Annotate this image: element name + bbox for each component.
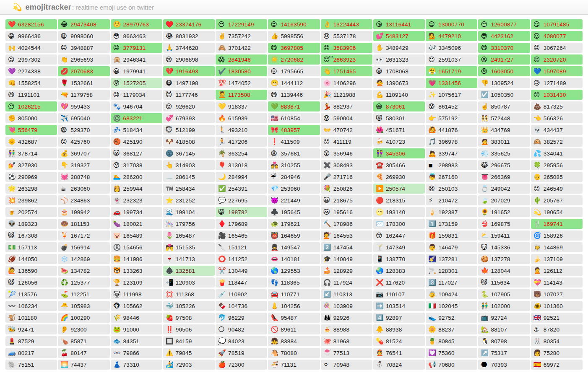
emoji-cell[interactable]: ✔️1830580 [216, 66, 267, 76]
emoji-cell[interactable]: 🔥615939 [216, 113, 267, 123]
emoji-cell[interactable]: 😆1191101 [5, 90, 57, 100]
emoji-cell[interactable]: ⚡210472 [426, 195, 477, 205]
emoji-cell[interactable]: ♥️23374176 [163, 19, 215, 29]
emoji-cell[interactable]: 😜3779131 [111, 43, 162, 53]
emoji-cell[interactable]: 🏆123109 [111, 277, 162, 288]
emoji-cell[interactable]: 🌵205767 [531, 195, 583, 205]
emoji-cell[interactable]: 🇪🇸69972 [531, 360, 583, 370]
emoji-cell[interactable]: 💵157113 [5, 242, 57, 252]
emoji-cell[interactable]: 👽189323 [5, 219, 57, 229]
emoji-cell[interactable]: 🍕269930 [373, 172, 425, 182]
emoji-cell[interactable]: 🏈144050 [5, 254, 57, 264]
emoji-cell[interactable]: 🌻191652 [478, 207, 530, 217]
emoji-cell[interactable]: 🌊199104 [163, 207, 215, 217]
emoji-cell[interactable]: 1️⃣173159 [426, 219, 477, 229]
emoji-cell[interactable]: 💞679393 [163, 113, 215, 123]
emoji-cell[interactable]: 🌎129553 [268, 266, 320, 276]
emoji-cell[interactable]: 😻580301 [373, 113, 425, 123]
emoji-cell[interactable]: 🐻107027 [531, 289, 583, 299]
emoji-cell[interactable]: 💯1474052 [216, 78, 267, 88]
emoji-cell[interactable]: 🌼88237 [426, 324, 477, 334]
emoji-cell[interactable]: 🍓97508 [163, 313, 215, 323]
emoji-cell[interactable]: 😚1031430 [531, 90, 583, 100]
emoji-cell[interactable]: 👟92752 [426, 313, 477, 323]
emoji-cell[interactable]: ⚽290969 [5, 172, 57, 182]
emoji-cell[interactable]: 4️⃣92897 [373, 313, 425, 323]
emoji-cell[interactable]: 😺167308 [5, 231, 57, 241]
emoji-cell[interactable]: 😪1708068 [373, 66, 425, 76]
emoji-cell[interactable]: 💉110902 [216, 289, 267, 299]
emoji-cell[interactable]: ‼️90506 [163, 324, 215, 334]
emoji-cell[interactable]: 😐2591037 [426, 54, 477, 65]
emoji-cell[interactable]: 👍5998556 [268, 31, 320, 41]
emoji-cell[interactable]: 😀873061 [373, 101, 425, 111]
emoji-cell[interactable]: 🍪137278 [478, 254, 530, 264]
emoji-cell[interactable]: 👌13224443 [321, 19, 372, 29]
emoji-cell[interactable]: 💭84023 [216, 336, 267, 346]
emoji-cell[interactable]: 🎤271716 [321, 172, 372, 182]
emoji-cell[interactable]: 🙌4024544 [5, 43, 57, 53]
emoji-cell[interactable]: 🍹167172 [58, 231, 109, 241]
emoji-cell[interactable]: 💔1916493 [163, 66, 215, 76]
emoji-cell[interactable]: 🍆180021 [111, 219, 162, 229]
emoji-cell[interactable]: ➡️103514 [373, 301, 425, 311]
emoji-cell[interactable]: 👋1751465 [321, 66, 372, 76]
emoji-cell[interactable]: 😮425760 [58, 137, 109, 147]
emoji-cell[interactable]: 🙉382572 [531, 137, 583, 147]
emoji-cell[interactable]: 💏151535 [163, 242, 215, 252]
emoji-cell[interactable]: 😹296675 [478, 160, 530, 170]
emoji-cell[interactable]: 💂149547 [268, 242, 320, 252]
emoji-cell[interactable]: ⚾234863 [58, 195, 109, 205]
emoji-cell[interactable]: ☑️1050350 [478, 90, 530, 100]
emoji-cell[interactable]: ♠️132581 [163, 266, 215, 276]
emoji-cell[interactable]: 🍷141713 [163, 254, 215, 264]
emoji-cell[interactable]: ⚠️79845 [163, 348, 215, 358]
emoji-cell[interactable]: 😃1979941 [111, 66, 162, 76]
emoji-cell[interactable]: 🍟118447 [216, 277, 267, 288]
emoji-cell[interactable]: 💅327930 [5, 160, 57, 170]
emoji-cell[interactable]: 😧357681 [268, 148, 320, 158]
emoji-cell[interactable]: 😰861452 [426, 101, 477, 111]
emoji-cell[interactable]: 💨335625 [478, 148, 530, 158]
emoji-cell[interactable]: ⛄70824 [373, 360, 425, 370]
emoji-cell[interactable]: 🎓140049 [321, 254, 372, 264]
emoji-cell[interactable]: ◾298983 [426, 160, 477, 170]
emoji-cell[interactable]: 🌑70393 [478, 360, 530, 370]
emoji-cell[interactable]: 👣118365 [268, 277, 320, 288]
emoji-cell[interactable]: 🚀78519 [216, 348, 267, 358]
emoji-cell[interactable]: 🐱368127 [111, 148, 162, 158]
emoji-cell[interactable]: 🙏3744628 [163, 43, 215, 53]
emoji-cell[interactable]: 📷110107 [373, 289, 425, 299]
emoji-cell[interactable]: ☎️305466 [373, 160, 425, 170]
emoji-cell[interactable]: 🎾113576 [5, 289, 57, 299]
emoji-cell[interactable]: 📢70680 [426, 360, 477, 370]
emoji-cell[interactable]: 😌4080077 [531, 31, 583, 41]
emoji-cell[interactable]: 🐒101180 [5, 313, 57, 323]
emoji-cell[interactable]: 😂29473408 [58, 19, 109, 29]
emoji-cell[interactable]: 💜2274338 [5, 66, 57, 76]
emoji-cell[interactable]: 🍔141986 [111, 254, 162, 264]
emoji-cell[interactable]: 🍗85871 [58, 336, 109, 346]
emoji-cell[interactable]: 🐢179621 [268, 219, 320, 229]
emoji-cell[interactable]: 🚘110771 [268, 289, 320, 299]
emoji-cell[interactable]: 👂92300 [58, 324, 109, 334]
emoji-cell[interactable]: 😠1603050 [478, 66, 530, 76]
emoji-cell[interactable]: 👅266369 [478, 172, 530, 182]
emoji-cell[interactable]: 😱2841946 [216, 54, 267, 65]
emoji-cell[interactable]: 〰️106234 [5, 301, 57, 311]
emoji-cell[interactable]: 😏10791485 [531, 19, 583, 29]
emoji-cell[interactable]: 👀2631323 [373, 54, 425, 65]
emoji-cell[interactable]: 😷1497198 [163, 78, 215, 88]
emoji-cell[interactable]: 💦334041 [531, 148, 583, 158]
emoji-cell[interactable]: 😄3310370 [478, 43, 530, 53]
emoji-cell[interactable]: 💆1173508 [216, 90, 267, 100]
emoji-cell[interactable]: ↗️75317 [478, 348, 530, 358]
emoji-cell[interactable]: ✌️7357242 [216, 31, 267, 41]
emoji-cell[interactable]: 😽145336 [478, 242, 530, 252]
emoji-cell[interactable]: 🙇339747 [426, 148, 477, 158]
emoji-cell[interactable]: 💁4479210 [426, 31, 477, 41]
emoji-cell[interactable]: 👄140181 [268, 254, 320, 264]
emoji-cell[interactable]: 🌝193140 [373, 207, 425, 217]
emoji-cell[interactable]: 😯317038 [111, 160, 162, 170]
emoji-cell[interactable]: 🌾98446 [111, 313, 162, 323]
